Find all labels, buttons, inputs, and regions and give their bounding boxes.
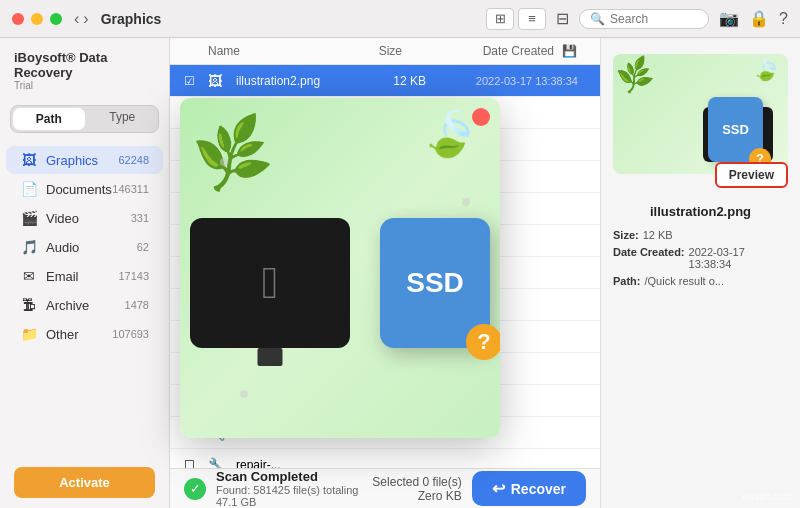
sidebar-items: 🖼 Graphics 62248 📄 Documents 146311 🎬 Vi… (0, 141, 169, 457)
row-checkbox[interactable]: ☑ (184, 74, 208, 88)
view-toggle: ⊞ ≡ (486, 8, 546, 30)
preview-thumbnail: 🌿 🍃  SSD ? (613, 54, 788, 174)
sidebar-item-documents[interactable]: 📄 Documents 146311 (6, 175, 163, 203)
ssd-illustration: SSD ? (708, 97, 763, 162)
nav-arrows: ‹ › (74, 10, 89, 28)
sidebar-item-count: 1478 (125, 299, 149, 311)
close-button[interactable] (12, 13, 24, 25)
minimize-button[interactable] (31, 13, 43, 25)
file-type-icon: 🔧 (208, 457, 230, 469)
dot-accent (240, 390, 248, 398)
main-layout: iBoysoft® Data Recovery Trial Path Type … (0, 38, 800, 508)
preview-area: 🌿 🍃  SSD ? Preview (613, 54, 788, 174)
back-button[interactable]: ‹ (74, 10, 79, 28)
trial-label: Trial (14, 80, 155, 91)
selected-count: Selected 0 file(s) (372, 475, 461, 489)
sidebar-item-label: Video (46, 211, 131, 226)
watermark: wsxdn.com (742, 491, 792, 502)
tab-type[interactable]: Type (87, 106, 159, 132)
file-name: repair-... (236, 458, 346, 469)
status-bar: ✓ Scan Completed Found: 581425 file(s) t… (170, 468, 600, 508)
recover-button[interactable]: ↩ Recover (472, 471, 586, 506)
maximize-button[interactable] (50, 13, 62, 25)
app-name: iBoysoft® Data Recovery (14, 50, 155, 80)
header-save: 💾 (562, 44, 586, 58)
file-info-path-row: Path: /Quick result o... (613, 275, 788, 287)
file-size: 12 KB (346, 74, 426, 88)
selected-size: Zero KB (372, 489, 461, 503)
search-input[interactable] (610, 12, 700, 26)
video-icon: 🎬 (20, 210, 38, 226)
scan-complete-icon: ✓ (184, 478, 206, 500)
search-icon: 🔍 (590, 12, 605, 26)
file-name: illustration2.png (236, 74, 346, 88)
file-list-header: Name Size Date Created 💾 (170, 38, 600, 65)
date-label: Date Created: (613, 246, 685, 270)
preview-button[interactable]: Preview (715, 162, 788, 188)
leaf-right-icon: 🍃 (750, 54, 783, 86)
large-imac-illustration:  (190, 218, 350, 348)
path-label: Path: (613, 275, 641, 287)
large-preview-close-button[interactable] (472, 108, 490, 126)
file-info-name: illustration2.png (613, 204, 788, 219)
large-preview-background: 🌿 🍃  SSD ? (180, 98, 500, 438)
sidebar-item-archive[interactable]: 🗜 Archive 1478 (6, 291, 163, 319)
sidebar-item-graphics[interactable]: 🖼 Graphics 62248 (6, 146, 163, 174)
sidebar-item-video[interactable]: 🎬 Video 331 (6, 204, 163, 232)
sidebar-header: iBoysoft® Data Recovery Trial (0, 38, 169, 97)
scan-text: Scan Completed Found: 581425 file(s) tot… (216, 469, 362, 508)
graphics-icon: 🖼 (20, 152, 38, 168)
sidebar-item-audio[interactable]: 🎵 Audio 62 (6, 233, 163, 261)
large-apple-logo-icon:  (262, 257, 278, 309)
search-box: 🔍 (579, 9, 709, 29)
documents-icon: 📄 (20, 181, 38, 197)
email-icon: ✉ (20, 268, 38, 284)
sidebar-item-label: Audio (46, 240, 137, 255)
filter-button[interactable]: ⊟ (556, 9, 569, 28)
leaf-left-icon: 🌿 (613, 54, 657, 97)
imac-base (258, 348, 283, 366)
sidebar-item-email[interactable]: ✉ Email 17143 (6, 262, 163, 290)
header-date: Date Created (402, 44, 562, 58)
camera-icon: 📷 (719, 9, 739, 28)
file-info-size-row: Size: 12 KB (613, 229, 788, 241)
sidebar-item-count: 62 (137, 241, 149, 253)
dot-accent (220, 158, 228, 166)
lock-icon: 🔒 (749, 9, 769, 28)
table-row[interactable]: ☐ 🔧 repair-... (170, 449, 600, 468)
file-date: 2022-03-17 13:38:34 (426, 75, 586, 87)
large-leaf-left-icon: 🌿 (187, 110, 278, 198)
sidebar-item-count: 331 (131, 212, 149, 224)
row-checkbox[interactable]: ☐ (184, 458, 208, 469)
size-value: 12 KB (643, 229, 673, 241)
sidebar-item-count: 146311 (112, 183, 149, 195)
window-title: Graphics (101, 11, 486, 27)
preview-button-wrapper: Preview (715, 162, 788, 188)
header-size: Size (322, 44, 402, 58)
table-row[interactable]: ☑ 🖼 illustration2.png 12 KB 2022-03-17 1… (170, 65, 600, 97)
sidebar-item-label: Other (46, 327, 112, 342)
help-icon: ? (779, 10, 788, 28)
sidebar-item-label: Graphics (46, 153, 118, 168)
sidebar-item-label: Archive (46, 298, 125, 313)
sidebar-item-other[interactable]: 📁 Other 107693 (6, 320, 163, 348)
file-info: illustration2.png Size: 12 KB Date Creat… (613, 204, 788, 292)
path-value: /Quick result o... (645, 275, 724, 287)
sidebar: iBoysoft® Data Recovery Trial Path Type … (0, 38, 170, 508)
forward-button[interactable]: › (83, 10, 88, 28)
list-view-button[interactable]: ≡ (518, 8, 546, 30)
scan-title: Scan Completed (216, 469, 362, 484)
activate-button[interactable]: Activate (14, 467, 155, 498)
recover-label: Recover (511, 481, 566, 497)
date-value: 2022-03-17 13:38:34 (689, 246, 788, 270)
right-panel: 🌿 🍃  SSD ? Preview (600, 38, 800, 508)
tab-path[interactable]: Path (13, 108, 85, 130)
selected-info: Selected 0 file(s) Zero KB (372, 475, 461, 503)
large-ssd-illustration: SSD ? (380, 218, 490, 348)
grid-view-button[interactable]: ⊞ (486, 8, 514, 30)
sidebar-item-count: 107693 (112, 328, 149, 340)
other-icon: 📁 (20, 326, 38, 342)
archive-icon: 🗜 (20, 297, 38, 313)
file-type-icon: 🖼 (208, 73, 230, 89)
audio-icon: 🎵 (20, 239, 38, 255)
